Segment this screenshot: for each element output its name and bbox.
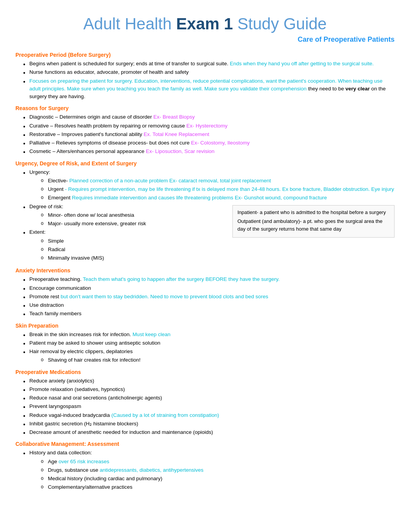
reasons-list: Diagnostic – Determines origin and cause…: [15, 113, 395, 155]
list-item: Inhibit gastric secretion (H₂ histamine …: [23, 420, 395, 428]
list-item: Restorative – Improves patient's functio…: [23, 131, 395, 138]
list-item-degree: Degree of risk: Inpatient- a patient who…: [23, 203, 395, 228]
text-black: Medical history (including cardiac and p…: [48, 476, 162, 481]
list-item: Prevent laryngospasm: [23, 403, 395, 410]
section-heading-skin: Skin Preparation: [15, 322, 395, 330]
label: Elective-: [48, 178, 69, 184]
text-black: Use distraction: [29, 302, 64, 308]
collab-list: History and data collection: Age over 65…: [15, 449, 395, 491]
text: Major- usually more extensive, greater r…: [48, 221, 146, 226]
skin-sublist: Shaving of hair creates risk for infecti…: [29, 356, 395, 364]
preoperative-period-list: Begins when patient is scheduled for sur…: [15, 60, 395, 100]
degree-label: Degree of risk:: [29, 204, 63, 209]
text-cyan: Must keep clean: [132, 331, 170, 337]
anxiety-list: Preoperative teaching. Teach them what's…: [15, 275, 395, 318]
sub-list-item: Complementary/alternative practices: [41, 483, 395, 491]
list-item: Begins when patient is scheduled for sur…: [23, 60, 395, 68]
urgency-sublist: Elective- Planned correction of a non-ac…: [29, 177, 395, 202]
text-black: Begins when patient is scheduled for sur…: [29, 61, 230, 66]
text-magenta: Ex. Total Knee Replacement: [144, 131, 209, 137]
text-cyan: antidepressants, diabetics, antihyperten…: [100, 467, 203, 473]
urgency-label: Urgency:: [29, 169, 50, 175]
text-black: Prevent laryngospasm: [29, 403, 81, 409]
text-black: Reduce nasal and oral secretions (antich…: [29, 395, 162, 401]
list-item: Palliative – Relieves symptoms of diseas…: [23, 139, 395, 147]
text-black: Preoperative teaching.: [29, 276, 83, 282]
text: Simple: [48, 238, 64, 244]
sub-list-item: Emergent Requires immediate intervention…: [41, 194, 395, 202]
text-black: Encourage communication: [29, 285, 91, 291]
text-black: Reduce anxiety (anxiolytics): [29, 378, 94, 384]
text-black: Complementary/alternative practices: [48, 484, 132, 490]
list-item: Diagnostic – Determines origin and cause…: [23, 113, 395, 121]
list-item: Promote relaxation (sedatives, hypnotics…: [23, 386, 395, 393]
text-black: Nurse functions as educator, advocate, p…: [29, 69, 189, 75]
text-black: Age: [48, 459, 59, 464]
text-magenta: Ex- Colostomy, Ileostomy: [191, 140, 250, 146]
text-cyan: - Requires prompt intervention, may be l…: [64, 186, 394, 192]
text-black: Diagnostic – Determines origin and cause…: [29, 114, 153, 120]
section-preoperative-period: Preoperative Period (Before Surgery) Beg…: [15, 51, 395, 100]
text-black: Promote rest: [29, 294, 61, 299]
text-magenta: Ex- Liposuction, Scar revision: [146, 148, 215, 154]
section-skin-preparation: Skin Preparation Break in the skin incre…: [15, 322, 395, 364]
text-black: Cosmetic – Alters/enhances personal appe…: [29, 148, 146, 154]
text-magenta: Ex- Breast Biopsy: [153, 114, 195, 120]
section-heading-urgency: Urgency, Degree of Risk, and Extent of S…: [15, 160, 395, 168]
text: Minor- often done w/ local anesthesia: [48, 212, 134, 218]
section-anxiety-interventions: Anxiety Interventions Preoperative teach…: [15, 267, 395, 318]
text-cyan: Requires immediate intervention and caus…: [72, 195, 327, 201]
text-magenta: Ex- Hysterectomy: [186, 123, 228, 129]
list-item: Reduce anxiety (anxiolytics): [23, 377, 395, 385]
text-black: Teach family members: [29, 311, 81, 316]
subtitle: Care of Preoperative Patients: [15, 34, 395, 45]
text-cyan: (Caused by a lot of straining from const…: [111, 412, 219, 418]
collab-sublist: Age over 65 risk increases Drugs, substa…: [29, 458, 395, 491]
page-title: Adult Health Exam 1 Study Guide: [15, 12, 395, 36]
list-item: Cosmetic – Alters/enhances personal appe…: [23, 148, 395, 155]
text-cyan: Teach them what's going to happen after …: [83, 276, 280, 282]
sub-list-item: Drugs, substance use antidepressants, di…: [41, 466, 395, 474]
text-black: Inhibit gastric secretion (H₂ histamine …: [29, 421, 138, 427]
sub-list-item: Shaving of hair creates risk for infecti…: [41, 356, 395, 364]
list-item: Encourage communication: [23, 284, 395, 292]
sub-list-item: Radical: [41, 246, 395, 253]
extent-sublist: Simple Radical Minimally invasive (MIS): [29, 237, 395, 262]
list-item: Reduce vagal-induced bradycardia (Caused…: [23, 411, 395, 419]
section-heading-preoperative: Preoperative Period (Before Surgery): [15, 51, 395, 59]
text-black: Restorative – Improves patient's functio…: [29, 131, 144, 137]
urgency-list: Urgency: Elective- Planned correction of…: [15, 168, 395, 263]
text-black: Promote relaxation (sedatives, hypnotics…: [29, 386, 125, 392]
list-item: Teach family members: [23, 310, 395, 318]
list-item-urgency: Urgency: Elective- Planned correction of…: [23, 168, 395, 202]
sub-list-item: Medical history (including cardiac and p…: [41, 475, 395, 483]
list-item: Focuses on preparing the patient for sur…: [23, 77, 395, 101]
text: Minimally invasive (MIS): [48, 255, 104, 261]
text-black: Curative – Resolves health problem by re…: [29, 123, 186, 129]
extent-label: Extent:: [29, 229, 46, 235]
list-item: Break in the skin increases risk for inf…: [23, 331, 395, 338]
label: Emergent: [48, 195, 72, 201]
text-black: they need to be: [307, 86, 346, 92]
skin-list: Break in the skin increases risk for inf…: [15, 331, 395, 364]
text-bold: very clear: [346, 86, 370, 92]
sub-list-item: Age over 65 risk increases: [41, 458, 395, 466]
list-item: Patient may be asked to shower using ant…: [23, 339, 395, 347]
text-black: Hair removal by electric clippers, depil…: [29, 348, 133, 354]
section-heading-premeds: Preoperative Medications: [15, 368, 395, 376]
text-black: History and data collection:: [29, 450, 92, 456]
list-item: Decrease amount of anesthetic needed for…: [23, 428, 395, 436]
list-item: Promote rest but don't want them to stay…: [23, 293, 395, 301]
section-collaborative-management: Collaborative Management: Assessment His…: [15, 440, 395, 491]
sub-list-item: Simple: [41, 237, 395, 245]
text-black: Patient may be asked to shower using ant…: [29, 340, 160, 346]
list-item: Preoperative teaching. Teach them what's…: [23, 275, 395, 283]
list-item: Nurse functions as educator, advocate, p…: [23, 68, 395, 76]
sub-list-item: Minor- often done w/ local anesthesia: [41, 211, 395, 219]
list-item: Reduce nasal and oral secretions (antich…: [23, 394, 395, 402]
list-item: Use distraction: [23, 301, 395, 309]
list-item-extent: Extent: Simple Radical Minimally invasiv…: [23, 228, 395, 262]
text: Shaving of hair creates risk for infecti…: [48, 357, 141, 363]
section-preoperative-medications: Preoperative Medications Reduce anxiety …: [15, 368, 395, 437]
sub-list-item: Major- usually more extensive, greater r…: [41, 220, 395, 228]
